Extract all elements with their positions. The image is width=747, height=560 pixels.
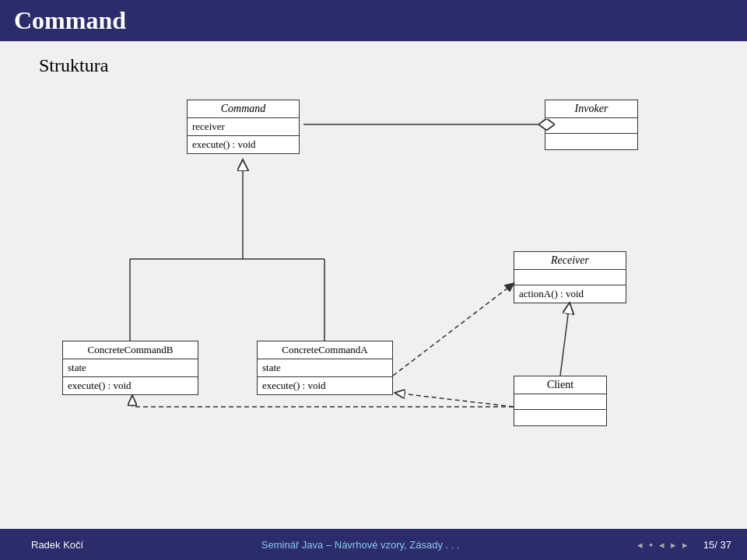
conca-to-receiver-line (393, 282, 515, 376)
slide-title: Command (14, 6, 126, 35)
nav-next-right-icon[interactable]: ▸ (671, 539, 676, 551)
concrete-b-class-box: ConcreteCommandB state execute() : void (62, 341, 198, 395)
footer-course: Seminář Java – Návrhové vzory, Zásady . … (83, 539, 637, 551)
receiver-row-1: actionA() : void (514, 285, 626, 303)
concrete-a-class-box: ConcreteCommandA state execute() : void (257, 341, 393, 395)
client-to-receiver-line (560, 303, 570, 376)
concrete-b-row-1: state (63, 359, 198, 377)
client-title: Client (514, 376, 606, 394)
command-row-1: receiver (188, 118, 299, 136)
concrete-a-title: ConcreteCommandA (258, 341, 392, 359)
concrete-a-row-1: state (258, 359, 392, 377)
main-content: Struktura Command receiver execute() : v… (0, 41, 747, 529)
concrete-b-title: ConcreteCommandB (63, 341, 198, 359)
command-row-2: execute() : void (188, 136, 299, 153)
concrete-b-row-2: execute() : void (63, 377, 198, 394)
footer-author: Radek Kočí (0, 539, 83, 551)
invoker-row-1 (545, 118, 637, 134)
client-row-1 (514, 394, 606, 410)
client-to-conca-line (395, 393, 514, 407)
footer-page: 15/ 37 (703, 539, 731, 551)
concrete-a-row-2: execute() : void (258, 377, 392, 394)
receiver-class-box: Receiver actionA() : void (514, 251, 626, 303)
receiver-row-empty (514, 270, 626, 285)
client-class-box: Client (514, 376, 607, 426)
nav-next2-icon[interactable]: ▸ (682, 539, 688, 551)
section-title: Struktura (39, 55, 108, 76)
command-class-box: Command receiver execute() : void (187, 100, 300, 154)
footer-bar: Radek Kočí Seminář Java – Návrhové vzory… (0, 529, 747, 560)
invoker-title: Invoker (545, 100, 637, 118)
invoker-row-2 (545, 134, 637, 149)
invoker-class-box: Invoker (545, 100, 638, 150)
receiver-title: Receiver (514, 252, 626, 270)
command-title: Command (188, 100, 299, 118)
nav-prev-icon[interactable]: ◂ (637, 539, 643, 551)
client-row-2 (514, 410, 606, 425)
nav-img-icon[interactable]: ▪ (649, 539, 653, 551)
nav-next-left-icon[interactable]: ◂ (659, 539, 665, 551)
footer-right: ◂ ▪ ◂ ▸ ▸ 15/ 37 (637, 539, 747, 551)
slide-header: Command (0, 0, 747, 41)
